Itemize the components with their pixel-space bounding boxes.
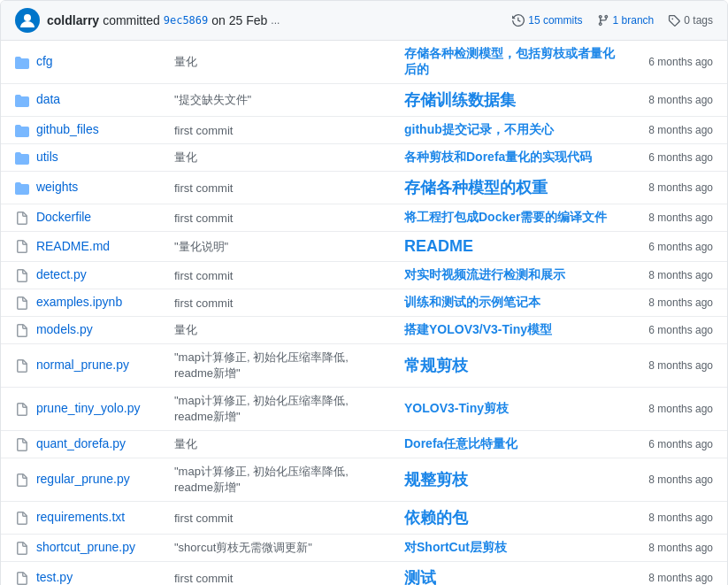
repo-container: coldlarry committed 9ec5869 on 25 Feb ..… xyxy=(0,0,728,585)
table-row: cfg 量化 存储各种检测模型，包括剪枝或者量化后的 6 months ago xyxy=(1,41,727,84)
file-time: 8 months ago xyxy=(634,84,727,117)
file-icon xyxy=(15,269,29,283)
file-name-cell: requirements.txt xyxy=(1,502,160,535)
branches-link[interactable]: 1 branch xyxy=(613,14,655,27)
table-row: detect.py first commit 对实时视频流进行检测和展示 8 m… xyxy=(1,262,727,289)
file-annotation: 存储各种检测模型，包括剪枝或者量化后的 xyxy=(390,41,634,84)
file-name-link[interactable]: utils xyxy=(36,150,58,164)
file-commit-msg: "提交缺失文件" xyxy=(160,84,390,117)
file-time: 8 months ago xyxy=(634,458,727,502)
folder-icon xyxy=(15,94,29,108)
file-name-link[interactable]: test.py xyxy=(36,570,73,584)
file-name-cell: examples.ipynb xyxy=(1,289,160,317)
table-row: weights first commit 存储各种模型的权重 8 months … xyxy=(1,172,727,204)
file-name-cell: quant_dorefa.py xyxy=(1,431,160,458)
table-row: README.md "量化说明" README 6 months ago xyxy=(1,232,727,262)
file-name-cell: test.py xyxy=(1,562,160,586)
file-time: 8 months ago xyxy=(634,502,727,535)
file-commit-msg: 量化 xyxy=(160,41,390,84)
file-name-cell: detect.py xyxy=(1,262,160,289)
file-commit-msg: first commit xyxy=(160,562,390,586)
file-annotation: 对实时视频流进行检测和展示 xyxy=(390,262,634,289)
file-name-link[interactable]: regular_prune.py xyxy=(36,472,130,486)
tags-stat: 0 tags xyxy=(668,14,713,27)
file-name-cell: regular_prune.py xyxy=(1,458,160,502)
file-annotation: 训练和测试的示例笔记本 xyxy=(390,289,634,317)
svg-point-0 xyxy=(24,14,31,21)
file-name-link[interactable]: shortcut_prune.py xyxy=(36,540,135,554)
folder-icon xyxy=(15,124,29,138)
file-name-link[interactable]: quant_dorefa.py xyxy=(36,436,126,450)
file-time: 8 months ago xyxy=(634,172,727,204)
file-name-link[interactable]: examples.ipynb xyxy=(36,295,122,309)
table-row: normal_prune.py "map计算修正, 初始化压缩率降低, read… xyxy=(1,344,727,388)
file-name-cell: cfg xyxy=(1,41,160,84)
file-name-cell: weights xyxy=(1,172,160,204)
file-name-link[interactable]: data xyxy=(36,92,60,106)
file-commit-msg: "量化说明" xyxy=(160,232,390,262)
file-annotation: 依赖的包 xyxy=(390,502,634,535)
file-icon xyxy=(15,403,29,417)
file-icon xyxy=(15,212,29,226)
commit-author[interactable]: coldlarry xyxy=(47,13,99,27)
file-time: 8 months ago xyxy=(634,562,727,586)
file-time: 8 months ago xyxy=(634,535,727,562)
commit-action: committed xyxy=(103,13,160,27)
file-commit-msg: "shorcut剪枝无需微调更新" xyxy=(160,535,390,562)
file-name-link[interactable]: prune_tiny_yolo.py xyxy=(36,401,141,415)
file-annotation: YOLOV3-Tiny剪枝 xyxy=(390,388,634,431)
file-name-link[interactable]: cfg xyxy=(36,54,53,68)
file-icon xyxy=(15,240,29,254)
file-time: 6 months ago xyxy=(634,232,727,262)
table-row: Dockerfile first commit 将工程打包成Docker需要的编… xyxy=(1,204,727,232)
file-commit-msg: 量化 xyxy=(160,317,390,344)
file-time: 8 months ago xyxy=(634,117,727,144)
file-name-cell: prune_tiny_yolo.py xyxy=(1,388,160,431)
file-name-link[interactable]: Dockerfile xyxy=(36,210,91,224)
file-time: 6 months ago xyxy=(634,431,727,458)
file-annotation: 测试 xyxy=(390,562,634,586)
file-commit-msg: first commit xyxy=(160,172,390,204)
branch-icon xyxy=(597,14,609,27)
file-commit-msg: 量化 xyxy=(160,144,390,172)
folder-icon xyxy=(15,181,29,196)
file-time: 6 months ago xyxy=(634,144,727,172)
file-name-cell: data xyxy=(1,84,160,117)
file-name-cell: README.md xyxy=(1,232,160,262)
commits-stat: 15 commits xyxy=(512,14,582,27)
commit-date: on 25 Feb xyxy=(211,13,267,27)
file-name-link[interactable]: models.py xyxy=(36,322,93,336)
file-commit-msg: first commit xyxy=(160,262,390,289)
file-name-link[interactable]: README.md xyxy=(36,239,110,253)
file-annotation: 对ShortCut层剪枝 xyxy=(390,535,634,562)
file-name-link[interactable]: github_files xyxy=(36,122,99,136)
file-commit-msg: first commit xyxy=(160,204,390,232)
table-row: shortcut_prune.py "shorcut剪枝无需微调更新" 对Sho… xyxy=(1,535,727,562)
table-row: examples.ipynb first commit 训练和测试的示例笔记本 … xyxy=(1,289,727,317)
file-icon xyxy=(15,512,29,526)
more-button[interactable]: ... xyxy=(271,14,280,27)
file-annotation: 各种剪枝和Dorefa量化的实现代码 xyxy=(390,144,634,172)
file-name-cell: normal_prune.py xyxy=(1,344,160,388)
file-commit-msg: first commit xyxy=(160,117,390,144)
file-name-link[interactable]: normal_prune.py xyxy=(36,358,129,372)
table-row: utils 量化 各种剪枝和Dorefa量化的实现代码 6 months ago xyxy=(1,144,727,172)
file-name-link[interactable]: detect.py xyxy=(36,267,87,281)
file-name-link[interactable]: weights xyxy=(36,180,78,194)
file-name-cell: models.py xyxy=(1,317,160,344)
file-icon xyxy=(15,324,29,338)
commit-sha[interactable]: 9ec5869 xyxy=(164,14,209,27)
table-row: regular_prune.py "map计算修正, 初始化压缩率降低, rea… xyxy=(1,458,727,502)
folder-icon xyxy=(15,56,29,70)
file-icon xyxy=(15,542,29,556)
commits-link[interactable]: 15 commits xyxy=(528,14,582,27)
file-time: 8 months ago xyxy=(634,388,727,431)
file-commit-msg: "map计算修正, 初始化压缩率降低, readme新增" xyxy=(160,458,390,502)
avatar xyxy=(15,8,40,33)
file-commit-msg: first commit xyxy=(160,289,390,317)
file-time: 6 months ago xyxy=(634,41,727,84)
commit-info: coldlarry committed 9ec5869 on 25 Feb ..… xyxy=(47,13,505,27)
repo-header: coldlarry committed 9ec5869 on 25 Feb ..… xyxy=(1,1,727,41)
tag-icon xyxy=(668,14,680,27)
file-name-link[interactable]: requirements.txt xyxy=(36,510,125,524)
